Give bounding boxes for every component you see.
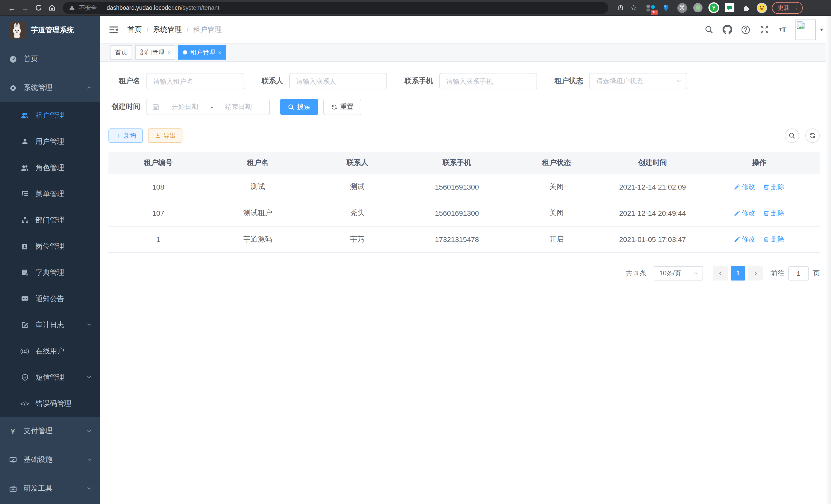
contact-input[interactable] — [289, 73, 387, 89]
online-signal-icon — [21, 347, 29, 355]
tab-tenant[interactable]: 租户管理 × — [179, 45, 226, 60]
goto-page-input[interactable] — [789, 266, 809, 280]
reload-icon[interactable] — [32, 1, 45, 14]
sidebar-item-role[interactable]: 角色管理 — [0, 155, 100, 181]
address-bar[interactable]: 不安全 dashboard.yudao.iocoder.cn/system/te… — [63, 2, 608, 13]
extension-blocks-icon[interactable]: 10 — [644, 2, 656, 14]
sidebar-item-infra[interactable]: 基础设施 — [0, 445, 100, 474]
date-range-picker[interactable]: 开始日期 - 结束日期 — [146, 99, 270, 115]
cell-status: 关闭 — [507, 200, 606, 226]
page-scrollbar[interactable] — [826, 16, 831, 504]
github-icon[interactable] — [721, 23, 733, 36]
status-select[interactable]: 请选择租户状态 — [590, 73, 687, 89]
delete-link[interactable]: 删除 — [764, 235, 784, 244]
sidebar-item-notice[interactable]: 通知公告 — [0, 286, 100, 312]
main-area: 首页 / 系统管理 / 租户管理 — [100, 16, 831, 504]
filter-create-time: 创建时间 开始日期 - 结束日期 — [109, 99, 270, 115]
filter-row-1: 租户名 联系人 联系手机 租户状态 请选择租户状态 — [109, 73, 820, 89]
y-extension-icon[interactable]: Y — [708, 2, 720, 14]
sidebar-item-dict[interactable]: 字典管理 — [0, 260, 100, 286]
add-button[interactable]: ＋ 新增 — [109, 128, 143, 143]
sidebar-item-user[interactable]: 用户管理 — [0, 128, 100, 155]
search-button[interactable]: 搜索 — [280, 99, 318, 115]
bookmark-star-icon[interactable]: ☆ — [627, 1, 640, 14]
sidebar-item-pay[interactable]: ¥ 支付管理 — [0, 417, 100, 445]
sidebar-item-menu[interactable]: 菜单管理 — [0, 181, 100, 207]
avatar[interactable] — [795, 19, 815, 40]
sidebar-item-label: 菜单管理 — [35, 189, 96, 199]
emoji-extension-icon[interactable] — [755, 2, 768, 14]
command-extension-icon[interactable]: ⌘ — [676, 2, 688, 14]
sidebar-item-errcode[interactable]: </> 错误码管理 — [0, 390, 100, 417]
share-icon[interactable] — [613, 1, 627, 14]
forward-icon[interactable]: → — [19, 1, 32, 14]
delete-link[interactable]: 删除 — [764, 182, 784, 191]
back-icon[interactable]: ← — [5, 1, 19, 14]
avatar-dropdown-caret-icon[interactable]: ▼ — [819, 27, 824, 32]
breadcrumb-current: 租户管理 — [193, 25, 222, 34]
sidebar-item-home[interactable]: 首页 — [0, 45, 100, 73]
fullscreen-icon[interactable] — [758, 23, 770, 36]
pin-extension-icon[interactable] — [660, 2, 672, 14]
sidebar-item-label: 部门管理 — [35, 215, 96, 225]
tab-dept[interactable]: 部门管理 × — [135, 45, 175, 60]
close-icon[interactable]: × — [168, 49, 171, 56]
sidebar-item-audit[interactable]: 审计日志 — [0, 312, 100, 338]
browser-menu-icon[interactable]: ⋮ — [794, 4, 799, 11]
prev-page-button[interactable] — [713, 266, 728, 280]
cell-mobile: 17321315478 — [407, 226, 507, 253]
tenant-name-input[interactable] — [146, 73, 244, 89]
toggle-search-button[interactable] — [785, 128, 799, 143]
edit-link[interactable]: 修改 — [734, 209, 755, 218]
sidebar-item-sms[interactable]: 短信管理 — [0, 364, 100, 390]
close-icon[interactable]: × — [218, 49, 222, 56]
font-size-icon[interactable]: TT — [776, 23, 789, 36]
breadcrumb-system[interactable]: 系统管理 — [153, 25, 182, 34]
page-size-select[interactable]: 10条/页 — [654, 266, 703, 280]
mobile-input[interactable] — [439, 73, 537, 89]
help-icon[interactable] — [740, 23, 752, 36]
reset-button[interactable]: 重置 — [323, 99, 361, 115]
app-window: 芋道管理系统 首页 系统管理 — [0, 16, 831, 504]
export-button[interactable]: 导出 — [148, 128, 182, 143]
refresh-table-button[interactable] — [805, 128, 820, 143]
sidebar-item-post[interactable]: 岗位管理 — [0, 233, 100, 260]
tab-label: 首页 — [115, 48, 127, 57]
shield-check-icon — [21, 373, 29, 382]
tenant-name-label: 租户名 — [109, 77, 140, 86]
total-count: 共 3 条 — [626, 269, 647, 278]
page-number-button[interactable]: 1 — [731, 266, 745, 280]
delete-link[interactable]: 删除 — [764, 209, 784, 218]
extensions-puzzle-icon[interactable] — [740, 2, 752, 14]
tab-home[interactable]: 首页 — [111, 45, 132, 60]
sidebar-item-dept[interactable]: 部门管理 — [0, 207, 100, 233]
cell-operations: 修改 删除 — [699, 174, 820, 200]
dot-extension-icon[interactable] — [692, 2, 704, 14]
sidebar-item-online[interactable]: 在线用户 — [0, 338, 100, 364]
header-search-icon[interactable] — [703, 23, 715, 36]
browser-update-button[interactable]: 更新 ⋮ — [772, 2, 803, 13]
org-chart-icon — [21, 216, 29, 224]
add-button-label: 新增 — [124, 131, 136, 140]
breadcrumb-home[interactable]: 首页 — [127, 25, 142, 34]
sidebar-fold-icon[interactable] — [109, 25, 118, 34]
trash-icon — [764, 210, 770, 216]
sidebar-logo[interactable]: 芋道管理系统 — [0, 16, 100, 45]
home-icon[interactable] — [45, 1, 59, 14]
trash-icon — [764, 184, 770, 190]
sidebar-item-label: 用户管理 — [35, 137, 96, 146]
security-warning-icon[interactable] — [69, 5, 75, 11]
filter-status: 租户状态 请选择租户状态 — [551, 73, 687, 89]
edit-link[interactable]: 修改 — [734, 235, 755, 244]
sidebar-item-system[interactable]: 系统管理 — [0, 73, 100, 102]
page-content: 租户名 联系人 联系手机 租户状态 请选择租户状态 — [100, 62, 831, 504]
sidebar-item-devtools[interactable]: 研发工具 — [0, 474, 100, 503]
next-page-button[interactable] — [748, 266, 763, 280]
security-label: 不安全 — [79, 4, 97, 11]
edit-link[interactable]: 修改 — [734, 182, 755, 191]
col-status: 租户状态 — [507, 152, 606, 174]
sidebar-item-label: 错误码管理 — [35, 399, 96, 408]
chat-extension-icon[interactable] — [724, 2, 736, 14]
sidebar-item-tenant[interactable]: 租户管理 — [0, 102, 100, 128]
active-tab-dot — [183, 50, 187, 55]
